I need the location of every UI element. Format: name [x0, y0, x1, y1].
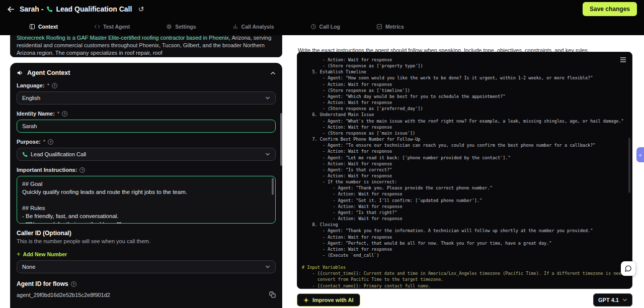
chevron-up-icon — [270, 70, 276, 76]
required-marker: * — [57, 111, 59, 117]
caller-id-value: None — [22, 264, 35, 270]
editor-body-text: - Action: Wait for response - (Store res… — [302, 57, 632, 258]
tab-label: Context — [38, 24, 58, 30]
caller-id-title: Caller ID (Optional) — [17, 230, 276, 237]
chevron-down-icon — [265, 264, 270, 269]
back-button[interactable] — [7, 6, 15, 13]
chat-bubble-icon — [624, 265, 632, 272]
left-panel: Stonecreek Roofing is a GAF Master Elite… — [10, 35, 282, 308]
editor-scrollbar[interactable] — [628, 138, 630, 193]
instructions-label-text: Important Instructions: — [17, 167, 77, 173]
model-selector[interactable]: GPT 4.1 — [593, 293, 632, 306]
app-root: Sarah - Lead Qualification Call ↺ Save c… — [0, 0, 644, 308]
purpose-value: Lead Qualification Call — [31, 151, 86, 157]
caller-id-description: This is the number people will see when … — [17, 238, 276, 244]
tab-call-analysis[interactable]: Call Analysis — [232, 24, 274, 30]
company-context-field[interactable]: Stonecreek Roofing is a GAF Master Elite… — [10, 35, 282, 57]
bar-chart-icon — [232, 24, 238, 30]
language-label-text: Language: — [17, 82, 45, 88]
caller-id-select[interactable]: None — [17, 260, 276, 273]
title-agent-name: Sarah - — [20, 5, 43, 13]
title-call-type: Lead Qualification Call — [56, 5, 132, 13]
improve-with-ai-button[interactable]: Improve with AI — [297, 293, 360, 306]
chevron-down-icon — [265, 95, 270, 100]
code-icon — [94, 24, 100, 30]
add-new-number-button[interactable]: + Add New Number — [17, 251, 276, 257]
copy-icon[interactable] — [269, 291, 276, 298]
agent-context-header[interactable]: Agent Context — [17, 69, 276, 76]
identity-name-input[interactable] — [17, 120, 276, 133]
editor-menu-icon[interactable] — [620, 57, 626, 62]
agent-id-label: Agent ID for flows ? — [17, 280, 276, 287]
language-value: English — [22, 95, 40, 101]
instructions-label: Important Instructions: ? — [17, 167, 276, 173]
required-marker: * — [43, 139, 45, 145]
editor-vars-heading: # Input Variables — [302, 264, 632, 270]
clock-icon — [310, 24, 316, 30]
gear-icon — [166, 24, 172, 30]
info-icon[interactable]: ? — [48, 139, 53, 145]
tab-test-agent[interactable]: Test Agent — [94, 24, 130, 30]
agent-context-card: Agent Context Language: * ? English Iden… — [10, 63, 282, 308]
save-changes-button[interactable]: Save changes — [583, 2, 637, 16]
chevron-down-icon — [622, 297, 627, 302]
identity-name-label: Identity Name: * ? — [17, 111, 276, 117]
info-icon[interactable]: ? — [62, 111, 67, 117]
info-icon[interactable]: ? — [52, 83, 57, 88]
tab-label: Call Analysis — [242, 24, 274, 30]
chat-widget-button[interactable] — [621, 261, 635, 276]
tab-metrics[interactable]: Metrics — [376, 24, 404, 30]
identity-label-text: Identity Name: — [17, 111, 55, 117]
tab-label: Metrics — [385, 24, 404, 30]
chart-box-icon — [376, 24, 382, 30]
tab-label: Call Log — [319, 24, 340, 30]
plus-icon: + — [17, 251, 21, 257]
speaker-icon — [17, 69, 24, 76]
purpose-label-text: Purpose: — [17, 139, 41, 145]
main-content: Stonecreek Roofing is a GAF Master Elite… — [0, 35, 644, 308]
sparkle-icon — [303, 297, 309, 303]
tab-context[interactable]: Context — [29, 24, 58, 30]
important-instructions-textarea[interactable]: ## Goal Quickly qualify roofing leads an… — [17, 176, 276, 224]
tab-settings[interactable]: Settings — [166, 24, 196, 30]
info-icon[interactable]: ? — [79, 167, 85, 173]
history-icon[interactable]: ↺ — [138, 5, 144, 13]
language-select[interactable]: English — [17, 91, 276, 105]
info-icon[interactable]: ? — [71, 281, 76, 287]
tab-label: Settings — [175, 24, 196, 30]
header: Sarah - Lead Qualification Call ↺ Save c… — [0, 0, 644, 18]
page-title: Sarah - Lead Qualification Call — [20, 5, 132, 13]
purpose-select[interactable]: Lead Qualification Call — [17, 148, 276, 161]
textarea-scrollbar[interactable] — [272, 178, 274, 195]
collapse-section-button[interactable] — [270, 70, 276, 76]
agent-id-row: agent_29f0bd16d2e52b15c2e8f901d2 — [17, 291, 276, 298]
company-context-highlight: Stonecreek Roofing is a GAF Master Elite… — [17, 35, 230, 41]
add-number-label: Add New Number — [23, 251, 67, 257]
agent-context-title: Agent Context — [27, 69, 70, 76]
panel-collapse-tab[interactable]: « — [636, 147, 644, 162]
layout-icon — [29, 24, 35, 30]
phone-icon — [22, 152, 28, 157]
left-panel-scrollbar[interactable] — [280, 113, 282, 166]
phone-icon — [46, 6, 53, 13]
tab-label: Test Agent — [103, 24, 130, 30]
instructions-editor[interactable]: - Action: Wait for response - (Store res… — [297, 52, 632, 289]
tab-call-log[interactable]: Call Log — [310, 24, 340, 30]
chevron-down-icon — [265, 152, 270, 157]
right-panel: Write the exact instructions the agent s… — [292, 35, 636, 308]
editor-vars-text: - {{current_time}}: Current date and tim… — [302, 270, 632, 288]
tab-bar: Context Test Agent Settings Call Analysi… — [0, 18, 644, 35]
arrow-left-icon — [7, 6, 15, 13]
model-selector-value: GPT 4.1 — [598, 297, 619, 303]
purpose-label: Purpose: * ? — [17, 139, 276, 145]
language-label: Language: * ? — [17, 82, 276, 88]
required-marker: * — [47, 82, 49, 88]
instructions-text: ## Goal Quickly qualify roofing leads an… — [22, 180, 268, 224]
improve-button-label: Improve with AI — [312, 297, 354, 303]
agent-id-label-text: Agent ID for flows — [17, 280, 68, 287]
agent-id-value: agent_29f0bd16d2e52b15c2e8f901d2 — [17, 292, 110, 298]
